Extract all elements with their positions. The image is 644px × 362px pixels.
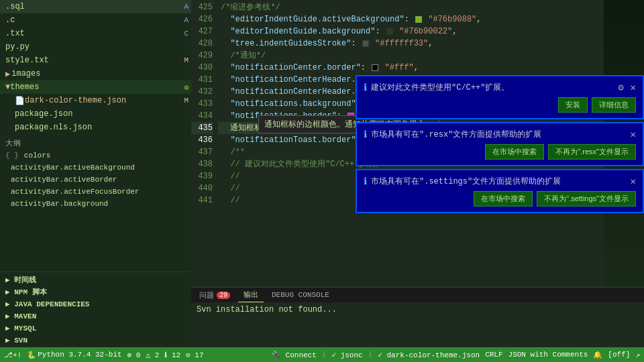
python-icon: 🐍: [27, 351, 36, 359]
line-numbers: 425 426 427 428 429 430 431 432 433 434 …: [191, 0, 218, 287]
panel-content: Svn installation not found...: [191, 302, 644, 347]
file-item-pypy[interactable]: py.py: [0, 40, 191, 54]
status-bell[interactable]: 🔔: [593, 351, 602, 359]
outline-colors[interactable]: { } colors: [0, 149, 191, 162]
panel-tabs: 问题 29 输出 DEBUG CONSOLE: [191, 288, 644, 302]
status-errors[interactable]: ⊗ 0: [127, 351, 141, 359]
color-swatch-427: [386, 28, 393, 35]
status-jsonc[interactable]: ✓ jsonc: [331, 351, 362, 359]
sidebar-npm[interactable]: ▶ NPM 脚本: [0, 286, 191, 298]
notif-gear-icon[interactable]: ⚙: [618, 82, 623, 93]
notif-resx-text: 市场具有可在".resx"文件方面提供帮助的扩展: [371, 129, 624, 140]
sidebar-java-deps[interactable]: ▶ JAVA DEPENDENCIES: [0, 298, 191, 310]
tab-problems[interactable]: 问题 29: [194, 288, 235, 302]
notif-settings-search-button[interactable]: 在市场中搜索: [474, 191, 533, 206]
notif-cpp-close[interactable]: ✕: [631, 82, 636, 93]
tab-debug-console[interactable]: DEBUG CONSOLE: [266, 288, 335, 302]
code-line-430: "notificationCenter.border": "#fff",: [218, 62, 604, 74]
code-line-427: "editorIndentGuide.background": "#76b900…: [218, 25, 604, 38]
code-line-425: /*缩进参考线*/: [218, 1, 604, 13]
status-info[interactable]: ℹ 12: [164, 351, 180, 359]
sidebar: .sql A .c A .txt C py.py style.txt M ▶ i…: [0, 0, 191, 347]
notif-details-button[interactable]: 详细信息: [592, 97, 636, 113]
color-swatch-426: [415, 16, 422, 23]
notif-resx-dismiss-button[interactable]: 不再为".resx"文件显示: [548, 144, 636, 160]
notification-resx: ℹ 市场具有可在".resx"文件方面提供帮助的扩展 ✕ 在市场中搜索 不再为"…: [356, 122, 644, 166]
status-crlf[interactable]: CRLF: [485, 351, 502, 359]
outline-section-header: 大纲: [0, 134, 191, 149]
object-icon: { }: [5, 152, 19, 160]
notifications-container: ℹ 建议对此文件类型使用"C/C++"扩展。 ⚙ ✕ 安装 详细信息 ℹ 市场具…: [356, 75, 644, 213]
sidebar-timeline[interactable]: ▶ 时间线: [0, 274, 191, 286]
info-icon-2: ℹ: [364, 129, 367, 140]
notification-cpp: ℹ 建议对此文件类型使用"C/C++"扩展。 ⚙ ✕ 安装 详细信息: [356, 75, 644, 119]
status-git[interactable]: ⎇+!: [4, 351, 21, 359]
color-swatch-430: [372, 64, 378, 71]
file-package-nls[interactable]: package.nls.json: [0, 121, 191, 134]
file-item-c[interactable]: .c A: [0, 13, 191, 27]
status-encoding[interactable]: JSON with Comments: [508, 351, 588, 359]
code-line-428: "tree.indentGuidesStroke": "#ffffff33",: [218, 38, 604, 50]
sidebar-bottom-sections: ▶ 时间线 ▶ NPM 脚本 ▶ JAVA DEPENDENCIES ▶ MAV…: [0, 272, 191, 347]
file-json-icon: 📄: [15, 96, 25, 106]
status-share[interactable]: ↗: [635, 351, 640, 359]
file-package-json[interactable]: package.json: [0, 107, 191, 121]
notif-settings-text: 市场具有可在".settings"文件方面提供帮助的扩展: [371, 176, 624, 187]
folder-themes[interactable]: ▼ themes ⚙: [0, 80, 191, 94]
folder-closed-icon: ▶: [5, 69, 10, 79]
notif-resx-search-button[interactable]: 在市场中搜索: [485, 144, 544, 160]
notif-cpp-text: 建议对此文件类型使用"C/C++"扩展。: [371, 82, 614, 93]
problems-count: 29: [217, 292, 230, 299]
notif-resx-close[interactable]: ✕: [631, 129, 636, 140]
file-item-txt[interactable]: .txt C: [0, 27, 191, 40]
main-area: .sql A .c A .txt C py.py style.txt M ▶ i…: [0, 0, 644, 347]
sidebar-mysql[interactable]: ▶ MYSQL: [0, 322, 191, 334]
code-line-429: /*通知*/: [218, 50, 604, 62]
file-item-sql[interactable]: .sql A: [0, 0, 191, 13]
status-filename[interactable]: ✓ dark-color-theme.json: [378, 351, 480, 359]
notif-settings-close[interactable]: ✕: [631, 176, 636, 187]
status-connect[interactable]: 🔌 Connect: [272, 351, 317, 359]
file-dark-theme[interactable]: 📄 dark-color-theme.json M: [0, 94, 191, 107]
color-swatch-428: [362, 40, 369, 47]
info-icon: ℹ: [364, 82, 367, 93]
tab-output[interactable]: 输出: [238, 288, 264, 302]
outline-activity-bg[interactable]: activityBar.activeBackground: [0, 162, 191, 174]
editor-content: 425 426 427 428 429 430 431 432 433 434 …: [191, 0, 644, 287]
folder-images[interactable]: ▶ images: [0, 67, 191, 80]
notif-install-button[interactable]: 安装: [558, 97, 588, 113]
code-line-426: "editorIndentGuide.activeBackground": "#…: [218, 13, 604, 25]
status-python[interactable]: 🐍 Python 3.7.4 32-bit: [27, 351, 121, 359]
status-port[interactable]: ⊙ 17: [186, 351, 203, 359]
notification-settings: ℹ 市场具有可在".settings"文件方面提供帮助的扩展 ✕ 在市场中搜索 …: [356, 169, 644, 213]
status-off[interactable]: [off]: [608, 351, 630, 359]
status-warnings[interactable]: △ 2: [146, 351, 159, 359]
status-bar: ⎇+! 🐍 Python 3.7.4 32-bit ⊗ 0 △ 2 ℹ 12 ⊙…: [0, 347, 644, 362]
file-tree: .sql A .c A .txt C py.py style.txt M ▶ i…: [0, 0, 191, 272]
editor-area: 425 426 427 428 429 430 431 432 433 434 …: [191, 0, 644, 347]
file-item-styletxt[interactable]: style.txt M: [0, 54, 191, 67]
outline-activity-background[interactable]: activityBar.background: [0, 198, 191, 210]
folder-open-icon: ▼: [5, 82, 10, 92]
outline-activity-border[interactable]: activityBar.activeBorder: [0, 174, 191, 186]
sidebar-svn[interactable]: ▶ SVN: [0, 334, 191, 346]
bottom-panel: 问题 29 输出 DEBUG CONSOLE Svn installation …: [191, 287, 644, 347]
sidebar-maven[interactable]: ▶ MAVEN: [0, 310, 191, 322]
outline-activity-focus[interactable]: activityBar.activeFocusBorder: [0, 186, 191, 198]
notif-settings-dismiss-button[interactable]: 不再为".settings"文件显示: [537, 191, 636, 206]
info-icon-3: ℹ: [364, 176, 367, 187]
